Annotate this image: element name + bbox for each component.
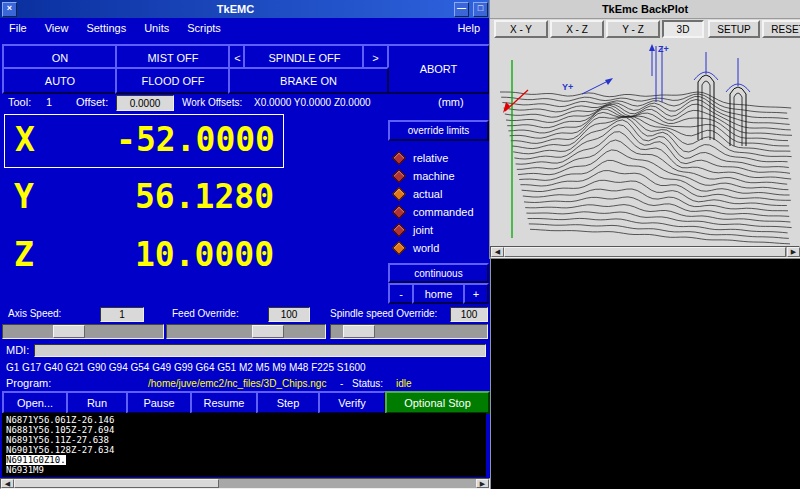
backplot-window: TkEmc BackPlot X - Y X - Z Y - Z 3D SETU…: [490, 0, 800, 258]
radio-relative-label: relative: [413, 152, 448, 164]
tab-xy[interactable]: X - Y: [494, 20, 548, 38]
listing-line: N6881Y56.105Z-27.694: [6, 425, 482, 435]
spindle-override-value: 100: [450, 307, 488, 322]
menu-view[interactable]: View: [36, 18, 78, 38]
radio-relative[interactable]: relative: [394, 150, 448, 166]
program-path: /home/juve/emc2/nc_files/3D_Chips.ngc: [148, 378, 326, 389]
radio-diamond-icon: [392, 241, 406, 255]
jog-minus-button[interactable]: -: [388, 283, 414, 304]
scroll-left-icon[interactable]: ◀: [1, 479, 14, 488]
mdi-input[interactable]: [34, 344, 486, 357]
axis-speed-value: 1: [100, 307, 144, 322]
work-offsets-label: Work Offsets:: [182, 97, 242, 108]
abort-button[interactable]: ABORT: [387, 44, 490, 94]
radio-joint[interactable]: joint: [394, 222, 433, 238]
resume-button[interactable]: Resume: [190, 391, 258, 414]
tool-label: Tool:: [8, 96, 31, 108]
radio-actual-label: actual: [413, 188, 442, 200]
listing-line: N6931M9: [6, 465, 482, 475]
run-button[interactable]: Run: [66, 391, 128, 414]
y-axis-label: Y+: [562, 82, 573, 92]
verify-button[interactable]: Verify: [318, 391, 386, 414]
window-title: TkEMC: [19, 3, 452, 15]
minimize-icon[interactable]: —: [454, 2, 469, 17]
override-limits-button[interactable]: override limits: [388, 120, 489, 141]
axis-speed-slider[interactable]: [2, 324, 164, 339]
menu-help[interactable]: Help: [447, 18, 490, 38]
radio-diamond-icon: [392, 187, 406, 201]
radio-joint-label: joint: [413, 224, 433, 236]
backplot-title: TkEmc BackPlot: [602, 3, 688, 15]
listing-line: N6891Y56.11Z-27.638: [6, 435, 482, 445]
dro-axis-x[interactable]: X -52.0000: [4, 114, 284, 168]
open-button[interactable]: Open...: [2, 391, 68, 414]
radio-commanded[interactable]: commanded: [394, 204, 474, 220]
offset-value: 0.0000: [116, 95, 174, 111]
scrollbar-thumb[interactable]: [14, 479, 219, 488]
radio-actual[interactable]: actual: [394, 186, 442, 202]
tkemc-titlebar[interactable]: × TkEMC — □: [0, 0, 490, 18]
radio-diamond-icon: [392, 151, 406, 165]
tab-setup[interactable]: SETUP: [708, 20, 760, 38]
dro-x-letter: X: [15, 120, 35, 159]
menubar: File View Settings Units Scripts Help: [0, 18, 490, 38]
units-label: (mm): [438, 96, 464, 108]
listing-line: N6871Y56.061Z-26.146: [6, 415, 482, 425]
offset-label: Offset:: [76, 96, 108, 108]
scrollbar-thumb[interactable]: [504, 247, 786, 257]
tab-3d[interactable]: 3D: [662, 20, 704, 38]
program-listing[interactable]: N6871Y56.061Z-26.146 N6881Y56.105Z-27.69…: [2, 413, 486, 477]
radio-world[interactable]: world: [394, 240, 439, 256]
flood-button[interactable]: FLOOD OFF: [115, 67, 231, 94]
backplot-hscrollbar[interactable]: ◀ ▶: [490, 246, 800, 258]
listing-active-line: N6911G0Z10.: [6, 455, 66, 465]
backplot-titlebar[interactable]: TkEmc BackPlot: [490, 0, 800, 19]
radio-machine[interactable]: machine: [394, 168, 455, 184]
auto-button[interactable]: AUTO: [2, 67, 118, 94]
brake-button[interactable]: BRAKE ON: [228, 67, 389, 94]
scroll-left-icon[interactable]: ◀: [491, 247, 504, 257]
listing-line: N6911G0Z10.: [6, 455, 482, 465]
menu-settings[interactable]: Settings: [77, 18, 135, 38]
step-button[interactable]: Step: [256, 391, 320, 414]
backplot-tabs: X - Y X - Z Y - Z 3D SETUP RESET: [490, 18, 800, 40]
program-status-value: idle: [396, 378, 412, 389]
backplot-canvas[interactable]: Z+ Y+: [490, 40, 800, 246]
dro-axis-y[interactable]: Y 56.1280: [4, 172, 282, 224]
menu-file[interactable]: File: [0, 18, 36, 38]
tab-reset[interactable]: RESET: [762, 20, 800, 38]
tab-yz[interactable]: Y - Z: [606, 20, 660, 38]
jog-plus-button[interactable]: +: [463, 283, 489, 304]
tkemc-window: × TkEMC — □ File View Settings Units Scr…: [0, 0, 490, 489]
tool-value: 1: [46, 96, 52, 108]
spindle-override-slider-handle[interactable]: [343, 325, 375, 338]
listing-line: N6901Y56.128Z-27.634: [6, 445, 482, 455]
radio-diamond-icon: [392, 205, 406, 219]
spindle-override-slider[interactable]: [330, 324, 488, 339]
scroll-right-icon[interactable]: ▶: [476, 479, 489, 488]
radio-diamond-icon: [392, 169, 406, 183]
jog-mode-dropdown[interactable]: continuous: [388, 263, 489, 283]
feed-override-slider-handle[interactable]: [252, 325, 284, 338]
backplot-wireframe: [490, 40, 800, 246]
dro-z-value: 10.0000: [135, 235, 274, 274]
dro-x-value: -52.0000: [116, 120, 275, 159]
dro-axis-z[interactable]: Z 10.0000: [4, 230, 282, 282]
pause-button[interactable]: Pause: [126, 391, 192, 414]
optional-stop-button[interactable]: Optional Stop: [385, 391, 490, 414]
home-button[interactable]: home: [412, 283, 465, 304]
menu-units[interactable]: Units: [135, 18, 178, 38]
tab-xz[interactable]: X - Z: [550, 20, 604, 38]
axis-speed-slider-handle[interactable]: [53, 325, 85, 338]
feed-override-value: 100: [268, 307, 310, 322]
radio-machine-label: machine: [413, 170, 455, 182]
menu-scripts[interactable]: Scripts: [178, 18, 230, 38]
feed-override-slider[interactable]: [166, 324, 326, 339]
radio-commanded-label: commanded: [413, 206, 474, 218]
close-icon[interactable]: ×: [2, 2, 17, 17]
feed-override-label: Feed Override:: [172, 308, 239, 319]
tkemc-hscrollbar[interactable]: ◀ ▶: [0, 478, 490, 489]
maximize-icon[interactable]: □: [473, 2, 488, 17]
radio-diamond-icon: [392, 223, 406, 237]
scroll-right-icon[interactable]: ▶: [787, 247, 800, 257]
